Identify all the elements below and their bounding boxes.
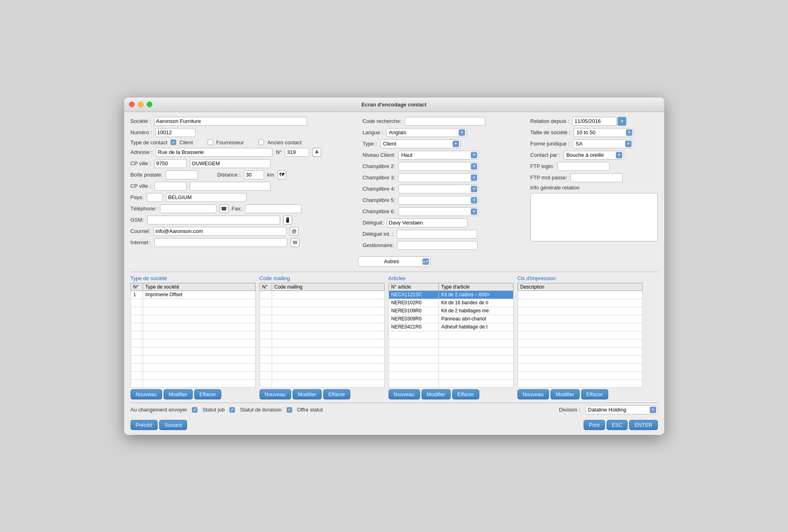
email-icon[interactable]: @: [290, 227, 299, 236]
table-row[interactable]: [518, 363, 642, 371]
distance-input[interactable]: [244, 170, 264, 179]
offre-statut-checkbox[interactable]: [287, 407, 292, 413]
code-recherche-input[interactable]: [405, 117, 485, 126]
champlibre2-select[interactable]: [398, 162, 479, 171]
courriel-input[interactable]: [154, 227, 287, 236]
date-picker-btn[interactable]: [618, 117, 626, 126]
table-row[interactable]: [518, 355, 642, 363]
table-row[interactable]: [260, 291, 384, 299]
ftp-login-input[interactable]: [557, 162, 610, 171]
pays-code-input[interactable]: [147, 193, 163, 202]
table-row[interactable]: [518, 299, 642, 307]
cm-modifier-btn[interactable]: Modifier: [293, 389, 322, 399]
telephone-input[interactable]: [160, 204, 216, 213]
statut-job-checkbox[interactable]: [192, 407, 198, 413]
ville-input[interactable]: [190, 159, 270, 168]
esc-button[interactable]: ESC: [607, 420, 628, 430]
numero-input[interactable]: [155, 128, 195, 137]
table-row[interactable]: [260, 315, 384, 323]
table-row[interactable]: [260, 355, 384, 363]
web-icon[interactable]: W: [291, 238, 299, 247]
fax-input[interactable]: [245, 204, 301, 213]
ftp-mot-passe-input[interactable]: [570, 173, 623, 182]
cm-effacer-btn[interactable]: Effacer: [323, 389, 350, 399]
table-row[interactable]: 1 Imprimerie Offset: [131, 291, 255, 299]
table-row[interactable]: [389, 371, 513, 379]
table-row[interactable]: NERE0109R0 Kit de 2 habillages me: [389, 307, 513, 315]
table-row[interactable]: [260, 379, 384, 387]
cp2-input[interactable]: [154, 182, 187, 191]
delegue-input[interactable]: [387, 218, 468, 227]
table-row[interactable]: [518, 323, 642, 331]
table-row[interactable]: NECA1121SC Kit de 2 cadres – 600×: [389, 291, 513, 299]
table-row[interactable]: [518, 371, 642, 379]
table-row[interactable]: [131, 355, 255, 363]
autres-select[interactable]: Autres: [358, 256, 430, 267]
gestionnaire-input[interactable]: [397, 241, 478, 250]
statut-livraison-checkbox[interactable]: [229, 407, 235, 413]
table-row[interactable]: [260, 347, 384, 355]
table-row[interactable]: [389, 339, 513, 347]
contact-par-select[interactable]: Bouche à oreille: [563, 151, 624, 160]
ts-nouveau-btn[interactable]: Nouveau: [131, 389, 162, 399]
fournisseur-checkbox[interactable]: [208, 139, 213, 145]
table-row[interactable]: [131, 379, 255, 387]
prec-button[interactable]: Précéd: [131, 420, 158, 430]
cls-effacer-btn[interactable]: Effacer: [581, 389, 608, 399]
table-row[interactable]: [131, 371, 255, 379]
table-row[interactable]: [518, 379, 642, 387]
table-row[interactable]: [389, 347, 513, 355]
internet-input[interactable]: [154, 238, 287, 247]
niveau-select[interactable]: Haut: [398, 151, 479, 160]
division-select[interactable]: Dataline Holding: [585, 405, 658, 414]
address-icon[interactable]: A: [312, 148, 321, 157]
table-row[interactable]: NERE0421R0 Adhésif habillage de t: [389, 323, 513, 331]
table-row[interactable]: [131, 363, 255, 371]
client-checkbox[interactable]: [170, 139, 176, 145]
table-row[interactable]: [131, 347, 255, 355]
ancien-contact-checkbox[interactable]: [258, 139, 264, 145]
delegue-int-input[interactable]: [397, 230, 477, 239]
suivant-button[interactable]: Suivant: [159, 420, 187, 430]
pays-value-input[interactable]: [166, 193, 247, 202]
societe-input[interactable]: [154, 117, 307, 126]
table-row[interactable]: [260, 363, 384, 371]
ts-effacer-btn[interactable]: Effacer: [194, 389, 221, 399]
taille-select[interactable]: 10 to 50: [574, 128, 634, 137]
art-modifier-btn[interactable]: Modifier: [422, 389, 451, 399]
table-row[interactable]: [131, 307, 255, 315]
table-row[interactable]: [518, 347, 642, 355]
art-nouveau-btn[interactable]: Nouveau: [389, 389, 420, 399]
table-row[interactable]: NERE0102R0 Kit de 16 bandes de ri: [389, 299, 513, 307]
table-row[interactable]: [389, 363, 513, 371]
enter-button[interactable]: ENTER: [629, 420, 657, 430]
champlibre5-select[interactable]: [398, 196, 479, 205]
type-select[interactable]: Client: [380, 139, 461, 148]
info-generale-textarea[interactable]: [530, 193, 658, 241]
boite-postale-input[interactable]: [166, 170, 198, 179]
close-button[interactable]: [129, 102, 135, 107]
relation-date-input[interactable]: [572, 117, 617, 126]
km-icon[interactable]: 🗺: [277, 170, 286, 179]
table-row[interactable]: [131, 339, 255, 347]
phone-icon[interactable]: ☎: [220, 204, 229, 213]
table-row[interactable]: [131, 315, 255, 323]
cls-modifier-btn[interactable]: Modifier: [551, 389, 580, 399]
table-row[interactable]: [260, 339, 384, 347]
print-button[interactable]: Print: [584, 420, 605, 430]
maximize-button[interactable]: [147, 102, 152, 107]
gsm-input[interactable]: [147, 216, 280, 224]
art-effacer-btn[interactable]: Effacer: [452, 389, 479, 399]
numero-rue-input[interactable]: [285, 148, 309, 157]
table-row[interactable]: [260, 323, 384, 331]
table-row[interactable]: [131, 299, 255, 307]
gsm-icon[interactable]: 📱: [283, 216, 292, 224]
champlibre4-select[interactable]: [398, 185, 479, 193]
table-row[interactable]: [389, 355, 513, 363]
ts-modifier-btn[interactable]: Modifier: [164, 389, 193, 399]
langue-select[interactable]: Anglais: [386, 128, 467, 137]
table-row[interactable]: [518, 331, 642, 339]
forme-select[interactable]: SA: [573, 139, 633, 148]
cm-nouveau-btn[interactable]: Nouveau: [260, 389, 291, 399]
champlibre6-select[interactable]: [398, 207, 479, 216]
